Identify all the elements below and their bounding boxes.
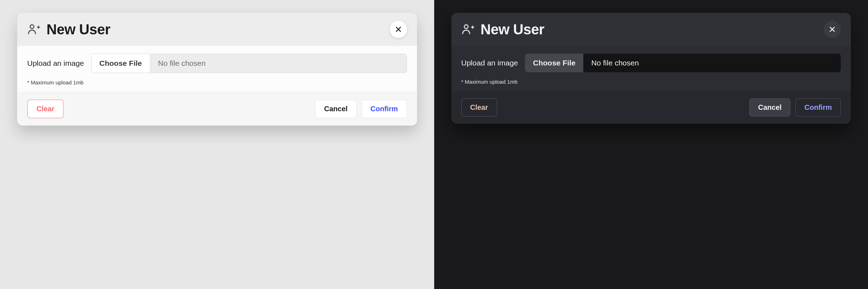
dialog-title: New User (46, 21, 390, 38)
dialog-title: New User (481, 21, 824, 38)
upload-row: Upload an image Choose File No file chos… (461, 54, 841, 72)
cancel-button[interactable]: Cancel (749, 98, 791, 117)
file-status-text: No file chosen (583, 54, 841, 72)
file-input[interactable]: Choose File No file chosen (525, 54, 841, 72)
close-button[interactable] (824, 21, 841, 38)
dialog-header: New User (451, 13, 851, 46)
dark-theme-pane: New User Upload an image Choose File No … (434, 0, 868, 289)
confirm-button[interactable]: Confirm (362, 100, 407, 118)
choose-file-button[interactable]: Choose File (525, 54, 583, 72)
dialog-body: Upload an image Choose File No file chos… (451, 46, 851, 91)
upload-label: Upload an image (461, 59, 518, 67)
upload-row: Upload an image Choose File No file chos… (27, 54, 407, 73)
clear-button[interactable]: Clear (461, 98, 497, 117)
dialog-header: New User (17, 13, 417, 46)
upload-hint: * Maximum upload 1mb (27, 79, 407, 85)
clear-button[interactable]: Clear (27, 99, 64, 118)
new-user-dialog: New User Upload an image Choose File No … (451, 13, 851, 124)
dialog-body: Upload an image Choose File No file chos… (17, 46, 417, 92)
dialog-footer: Clear Cancel Confirm (451, 91, 851, 124)
user-plus-icon (27, 23, 40, 36)
confirm-button[interactable]: Confirm (795, 98, 841, 117)
choose-file-button[interactable]: Choose File (92, 54, 150, 73)
close-icon (395, 26, 402, 33)
user-plus-icon (461, 23, 474, 36)
dialog-footer: Clear Cancel Confirm (17, 92, 417, 126)
upload-hint: * Maximum upload 1mb (461, 79, 841, 85)
file-status-text: No file chosen (150, 54, 407, 73)
svg-point-5 (464, 25, 468, 29)
close-icon (829, 26, 836, 33)
svg-point-0 (30, 25, 34, 29)
light-theme-pane: New User Upload an image Choose File No … (0, 0, 434, 289)
new-user-dialog: New User Upload an image Choose File No … (17, 13, 417, 126)
close-button[interactable] (390, 21, 407, 38)
file-input[interactable]: Choose File No file chosen (91, 54, 407, 73)
upload-label: Upload an image (27, 59, 84, 68)
cancel-button[interactable]: Cancel (315, 100, 357, 118)
